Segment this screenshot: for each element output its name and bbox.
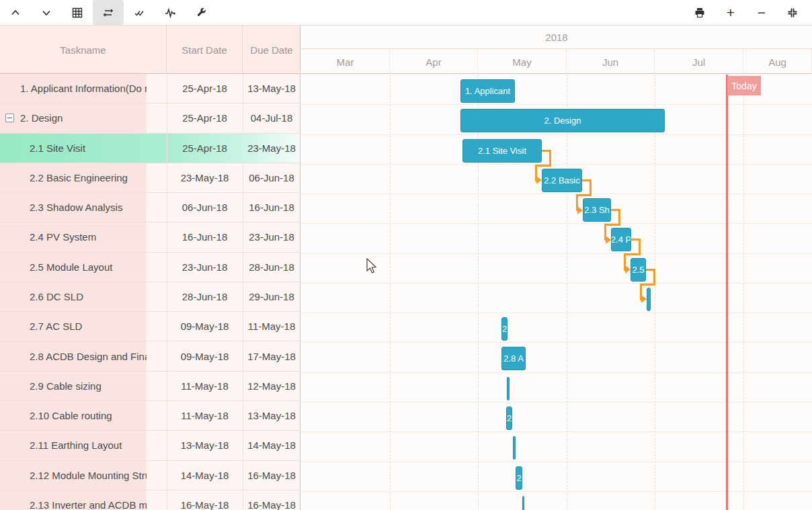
task-bar[interactable]: 2.3 Sh: [583, 198, 611, 222]
task-name: 2.10 Cable routing: [0, 401, 147, 430]
grid-view-button[interactable]: [62, 0, 93, 25]
task-bar[interactable]: 2: [501, 317, 508, 341]
gantt-app: + − Taskname Start Date Due Date 1. Appl…: [0, 0, 812, 510]
task-bar[interactable]: [647, 288, 651, 311]
zoom-to-fit-button[interactable]: [777, 0, 808, 25]
task-start-date: 25-Apr-18: [167, 103, 243, 132]
link-segment: [576, 194, 592, 196]
task-row[interactable]: 1. Applicant Information(Do no25-Apr-181…: [0, 74, 300, 103]
expand-all-button[interactable]: [31, 0, 62, 25]
task-row[interactable]: 2.10 Cable routing11-May-1813-May-18: [0, 401, 300, 431]
print-button[interactable]: [684, 0, 715, 25]
grid-header: Taskname Start Date Due Date: [0, 26, 300, 74]
task-start-date: 23-Jun-18: [167, 253, 243, 282]
task-row[interactable]: 2.4 PV System16-Jun-1823-Jun-18: [0, 222, 300, 252]
fit-to-project-button[interactable]: [93, 0, 124, 25]
task-name: 2.8 ACDB Design and Finali: [0, 341, 147, 370]
chevron-down-icon: [40, 7, 52, 19]
task-bar[interactable]: 2. Design: [460, 109, 665, 132]
task-due-date: 06-Jun-18: [243, 163, 300, 192]
grid-column-divider: [243, 74, 243, 510]
task-name: 2.3 Shadow Analysis: [0, 193, 147, 222]
validate-button[interactable]: [124, 0, 155, 25]
critical-path-button[interactable]: [155, 0, 186, 25]
row-gridline: [301, 104, 812, 105]
task-row[interactable]: 2.9 Cable sizing11-May-1812-May-18: [0, 372, 300, 401]
month-cell: Aug: [743, 50, 812, 74]
print-icon: [694, 7, 706, 19]
task-due-date: 17-May-18: [243, 341, 300, 370]
column-header-due-date[interactable]: Due Date: [243, 26, 300, 74]
task-start-date: 28-Jun-18: [167, 282, 243, 311]
toolbar-right-group: + −: [684, 0, 812, 25]
task-row[interactable]: 2.3 Shadow Analysis06-Jun-1816-Jun-18: [0, 193, 300, 222]
task-due-date: 11-May-18: [243, 312, 300, 341]
collapse-all-button[interactable]: [0, 0, 31, 25]
task-due-date: 13-May-18: [243, 401, 300, 430]
month-cell: Jul: [655, 50, 743, 74]
row-gridline: [301, 253, 812, 254]
column-header-start-date[interactable]: Start Date: [167, 26, 243, 74]
toolbar: + −: [0, 0, 812, 26]
month-gridline: [567, 75, 567, 510]
task-start-date: 09-May-18: [167, 341, 243, 370]
task-row[interactable]: 2.11 Earthing Layout13-May-1814-May-18: [0, 431, 300, 460]
task-row[interactable]: 2.5 Module Layout23-Jun-1828-Jun-18: [0, 253, 300, 282]
row-gridline: [301, 312, 812, 313]
row-gridline: [301, 223, 812, 224]
task-start-date: 09-May-18: [167, 312, 243, 341]
column-header-label: Start Date: [181, 44, 227, 56]
task-row[interactable]: 2.13 Inverter and ACDB mou16-May-1816-Ma…: [0, 491, 300, 510]
task-row[interactable]: 2. Design25-Apr-1804-Jul-18: [0, 103, 300, 133]
row-gridline: [301, 283, 812, 284]
task-due-date: 16-May-18: [243, 461, 300, 490]
row-gridline: [301, 194, 812, 194]
row-gridline: [301, 372, 812, 373]
task-row[interactable]: 2.12 Module Mounting Struc14-May-1816-Ma…: [0, 461, 300, 491]
task-bar[interactable]: [513, 436, 516, 460]
task-row[interactable]: 2.6 DC SLD28-Jun-1829-Jun-18: [0, 282, 300, 312]
task-row[interactable]: 2.8 ACDB Design and Finali09-May-1817-Ma…: [0, 341, 300, 371]
task-bar[interactable]: 2: [516, 466, 522, 490]
task-start-date: 16-Jun-18: [167, 222, 243, 251]
link-segment: [535, 165, 551, 167]
task-name: 2.5 Module Layout: [0, 253, 147, 282]
link-arrow-icon: [577, 206, 583, 214]
task-name: 2.6 DC SLD: [0, 282, 147, 311]
task-name: 2. Design: [0, 103, 147, 132]
task-bar[interactable]: 2.1 Site Visit: [462, 139, 542, 163]
task-name: 2.1 Site Visit: [0, 134, 147, 163]
month-gridline: [655, 75, 655, 510]
task-bar[interactable]: 2.8 A: [501, 347, 526, 370]
task-row[interactable]: 2.2 Basic Engineering23-May-1806-Jun-18: [0, 163, 300, 193]
month-gridline: [390, 75, 391, 510]
task-due-date: 29-Jun-18: [243, 282, 300, 311]
task-bar[interactable]: [507, 377, 510, 400]
task-bar[interactable]: 2.5: [631, 258, 646, 282]
timeline-month-header: MarAprMayJunJulAug: [301, 50, 812, 74]
zoom-out-button[interactable]: −: [746, 0, 777, 25]
task-bar[interactable]: 2: [506, 407, 512, 430]
today-label-text: Today: [731, 81, 756, 91]
task-start-date: 11-May-18: [167, 372, 243, 400]
link-arrow-icon: [536, 176, 542, 184]
zoom-in-button[interactable]: +: [715, 0, 746, 25]
task-bar[interactable]: 1. Applicant: [460, 79, 515, 103]
task-due-date: 16-Jun-18: [243, 193, 300, 222]
column-header-taskname[interactable]: Taskname: [0, 26, 167, 74]
task-bar[interactable]: [522, 496, 524, 510]
task-bar[interactable]: 2.2 Basic: [542, 169, 582, 192]
timeline-year-header: 2018: [301, 26, 812, 49]
task-due-date: 16-May-18: [243, 491, 300, 510]
swap-arrows-icon: [102, 7, 114, 19]
task-grid: Taskname Start Date Due Date 1. Applican…: [0, 26, 300, 510]
task-row[interactable]: 2.7 AC SLD09-May-1811-May-18: [0, 312, 300, 341]
settings-button[interactable]: [186, 0, 216, 25]
task-due-date: 14-May-18: [243, 431, 300, 460]
task-start-date: 06-Jun-18: [167, 193, 243, 222]
plus-icon: +: [727, 5, 735, 19]
task-bar[interactable]: 2.4 P: [611, 228, 631, 251]
task-name: 2.13 Inverter and ACDB mou: [0, 491, 147, 510]
task-row[interactable]: 2.1 Site Visit25-Apr-1823-May-18: [0, 134, 300, 163]
month-cell: Apr: [390, 50, 478, 74]
